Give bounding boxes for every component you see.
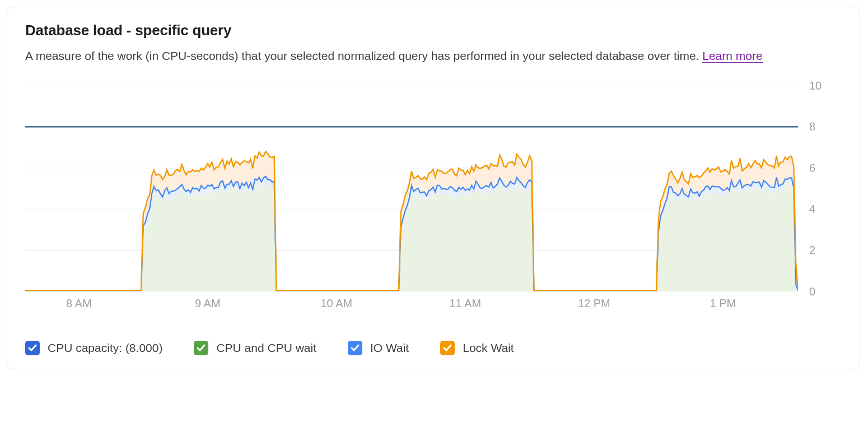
legend-checkbox-icon <box>25 341 40 355</box>
chart-y-axis-labels: 0246810 <box>809 86 837 292</box>
x-tick-label: 1 PM <box>710 297 736 310</box>
legend-label: IO Wait <box>370 341 409 355</box>
y-tick-label: 10 <box>809 79 822 92</box>
legend-label: CPU capacity: (8.000) <box>48 341 162 355</box>
x-tick-label: 9 AM <box>195 297 221 310</box>
db-load-card: Database load - specific query A measure… <box>7 7 860 369</box>
chart-plot <box>25 86 798 292</box>
legend-label: Lock Wait <box>463 341 514 355</box>
legend-checkbox-icon <box>440 341 455 355</box>
y-tick-label: 8 <box>809 120 815 133</box>
legend-item-cpu-wait[interactable]: CPU and CPU wait <box>194 341 316 355</box>
x-tick-label: 12 PM <box>578 297 610 310</box>
learn-more-link[interactable]: Learn more <box>702 49 762 63</box>
legend-item-cpu-capacity[interactable]: CPU capacity: (8.000) <box>25 341 162 355</box>
legend-checkbox-icon <box>194 341 208 355</box>
subtitle-text: A measure of the work (in CPU-seconds) t… <box>25 49 702 62</box>
chart-legend: CPU capacity: (8.000) CPU and CPU wait I… <box>25 341 842 355</box>
chart-x-axis-labels: 8 AM9 AM10 AM11 AM12 PM1 PM <box>25 297 798 313</box>
x-tick-label: 11 AM <box>449 297 481 310</box>
x-tick-label: 8 AM <box>66 297 92 310</box>
y-tick-label: 0 <box>809 285 815 298</box>
y-tick-label: 4 <box>809 203 815 215</box>
y-tick-label: 2 <box>809 243 815 256</box>
x-tick-label: 10 AM <box>320 297 352 310</box>
card-subtitle: A measure of the work (in CPU-seconds) t… <box>25 47 809 65</box>
legend-label: CPU and CPU wait <box>216 341 316 355</box>
legend-checkbox-icon <box>348 341 362 355</box>
chart: 0246810 8 AM9 AM10 AM11 AM12 PM1 PM <box>25 86 843 309</box>
chart-series <box>25 151 798 291</box>
card-title: Database load - specific query <box>25 22 842 39</box>
legend-item-lock-wait[interactable]: Lock Wait <box>440 341 514 355</box>
y-tick-label: 6 <box>809 161 815 174</box>
legend-item-io-wait[interactable]: IO Wait <box>348 341 409 355</box>
